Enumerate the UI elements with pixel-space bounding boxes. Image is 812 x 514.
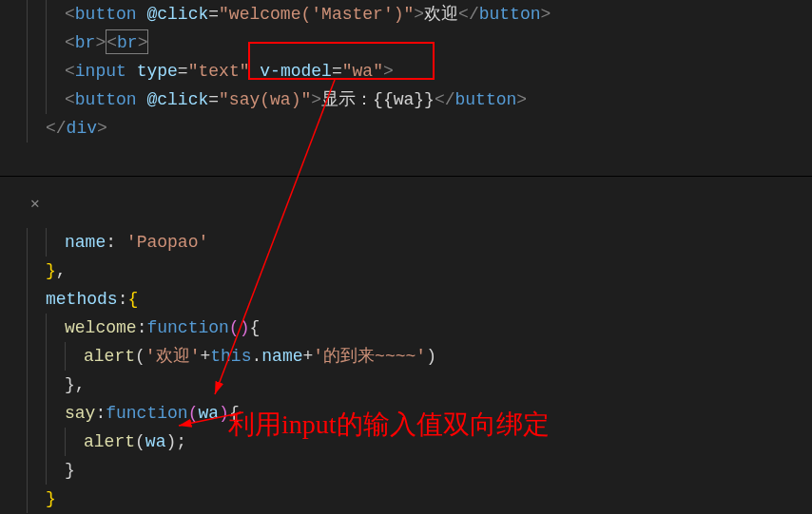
code-line: <button @click="say(wa)">显示：{{wa}}</butt… bbox=[27, 86, 812, 114]
code-line: methods:{ bbox=[27, 285, 812, 314]
code-line: <button @click="welcome('Master')">欢迎</b… bbox=[27, 0, 812, 29]
code-line: }, bbox=[27, 257, 812, 285]
code-line: <br><br> bbox=[27, 29, 812, 57]
code-line: welcome:function(){ bbox=[27, 314, 812, 342]
code-line: } bbox=[27, 485, 812, 513]
editor-pane-top: <button @click="welcome('Master')">欢迎</b… bbox=[0, 0, 812, 176]
code-line: }, bbox=[27, 371, 812, 399]
gutter-top bbox=[0, 0, 23, 176]
code-line: alert('欢迎'+this.name+'的到来~~~~') bbox=[27, 342, 812, 371]
editor-pane-bottom: name: 'Paopao'},methods:{welcome:functio… bbox=[0, 176, 812, 514]
code-area-top[interactable]: <button @click="welcome('Master')">欢迎</b… bbox=[23, 0, 812, 176]
gutter-bottom bbox=[0, 177, 23, 514]
code-line: name: 'Paopao' bbox=[27, 228, 812, 257]
code-line: alert(wa); bbox=[27, 428, 812, 456]
code-area-bottom[interactable]: name: 'Paopao'},methods:{welcome:functio… bbox=[23, 177, 812, 514]
code-line: } bbox=[27, 456, 812, 485]
code-line: say:function(wa){ bbox=[27, 399, 812, 428]
code-line: <input type="text" v-model="wa"> bbox=[27, 57, 812, 86]
code-line bbox=[27, 200, 812, 228]
code-line: </div> bbox=[27, 114, 812, 143]
close-tab-icon[interactable]: ✕ bbox=[27, 186, 44, 222]
